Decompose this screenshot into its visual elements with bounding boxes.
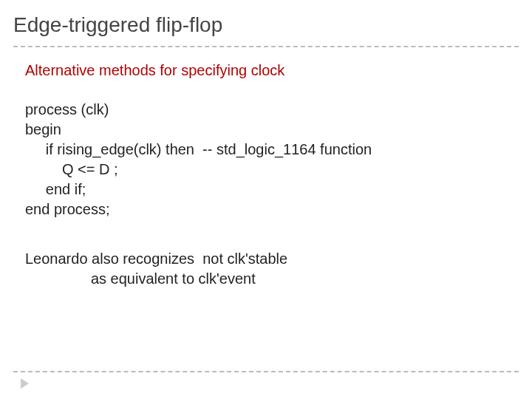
code-line: Q <= D ;	[25, 160, 519, 180]
note-block: Leonardo also recognizes not clk'stable …	[25, 249, 519, 289]
code-block: process (clk) begin if rising_edge(clk) …	[25, 100, 519, 219]
code-line: end process;	[25, 200, 519, 219]
note-line: Leonardo also recognizes not clk'stable	[25, 249, 519, 269]
footer-divider	[13, 371, 519, 372]
code-line: begin	[25, 120, 519, 140]
slide: Edge-triggered flip-flop Alternative met…	[0, 0, 532, 399]
slide-title: Edge-triggered flip-flop	[13, 13, 519, 46]
triangle-bullet-icon	[21, 378, 29, 389]
slide-subtitle: Alternative methods for specifying clock	[25, 62, 519, 79]
code-line: if rising_edge(clk) then -- std_logic_11…	[25, 140, 519, 160]
code-line: end if;	[25, 180, 519, 200]
note-line: as equivalent to clk'event	[25, 269, 519, 289]
title-divider	[13, 46, 519, 47]
code-line: process (clk)	[25, 100, 519, 120]
